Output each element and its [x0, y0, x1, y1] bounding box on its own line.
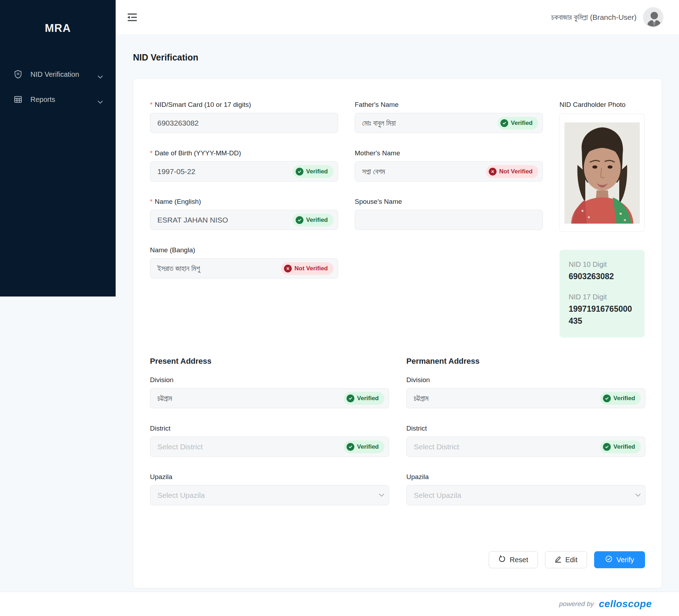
check-circle-icon [500, 119, 508, 127]
field-label: *Date of Birth (YYYY-MM-DD) [150, 149, 338, 158]
present-division-input[interactable]: চট্টগ্রাম Verified [150, 388, 389, 408]
field-present-district: District Select District Verified [150, 424, 389, 457]
input-value: ইসরাত জাহান মিশু [157, 264, 200, 273]
sidebar: MRA NID Verification [0, 0, 116, 297]
permanent-address-title: Permanent Address [406, 357, 645, 366]
select-placeholder: Select District [157, 443, 203, 451]
nid-17-digit-group: NID 17 Digit 19971916765000435 [569, 293, 636, 327]
sidebar-item-nid-verification[interactable]: NID Verification [0, 66, 116, 83]
present-address-title: Present Address [150, 357, 389, 366]
chevron-down-icon [635, 489, 641, 502]
permanent-division-input[interactable]: চট্টগ্রাম Verified [406, 388, 645, 408]
nid-10-digit-group: NID 10 Digit 6903263082 [569, 260, 636, 282]
field-label: Mother's Name [355, 149, 543, 158]
field-label: District [150, 424, 389, 433]
celloscope-logo: celloscope [599, 598, 652, 610]
sidebar-item-label: Reports [30, 96, 55, 104]
field-nid: *NID/Smart Card (10 or 17 digits) 690326… [150, 100, 338, 133]
field-father-name: Father's Name মোঃ বাবুল মিয়া Verified [355, 100, 543, 133]
chevron-down-icon [98, 73, 103, 76]
photo-label: NID Cardholder Photo [559, 100, 645, 109]
present-district-select[interactable]: Select District Verified [150, 437, 389, 457]
input-value: ESRAT JAHAN NISO [157, 216, 228, 224]
check-circle-icon [296, 216, 303, 224]
sidebar-item-reports[interactable]: Reports [0, 91, 116, 108]
check-circle-icon [347, 395, 354, 402]
main-content: NID Verification *NID/Smart Card (10 or … [116, 34, 679, 588]
powered-by-text: powered by [559, 600, 594, 608]
field-label: Spouse's Name [355, 197, 543, 206]
reset-button[interactable]: Reset [489, 551, 538, 568]
user-avatar[interactable] [643, 7, 663, 28]
field-label: Name (Bangla) [150, 246, 338, 255]
chevron-down-icon [98, 98, 103, 101]
chevron-down-icon [379, 489, 384, 502]
required-marker: * [150, 101, 152, 108]
father-name-input[interactable]: মোঃ বাবুল মিয়া Verified [355, 113, 543, 133]
dob-input[interactable]: 1997-05-22 Verified [150, 161, 338, 182]
field-label: Upazila [406, 472, 645, 482]
table-icon [13, 95, 23, 104]
not-verified-badge: Not Verified [486, 165, 538, 178]
reload-icon [498, 555, 506, 564]
input-value: 6903263082 [157, 119, 199, 127]
present-address-section: Present Address Division চট্টগ্রাম Verif… [150, 357, 389, 521]
user-name: চকবাজার কুমিল্লা (Branch-User) [551, 13, 637, 22]
form-column-3: NID Cardholder Photo [559, 100, 645, 338]
field-spouse-name: Spouse's Name [355, 197, 543, 230]
topbar: চকবাজার কুমিল্লা (Branch-User) [116, 0, 679, 34]
id-shield-icon [13, 70, 23, 79]
present-upazila-select[interactable]: Select Upazila [150, 485, 389, 505]
verified-badge: Verified [293, 214, 333, 226]
nid-input[interactable]: 6903263082 [150, 113, 338, 133]
permanent-address-section: Permanent Address Division চট্টগ্রাম Ver… [406, 357, 645, 521]
input-value: সপ্না বেগম [362, 167, 385, 176]
mother-name-input[interactable]: সপ্না বেগম Not Verified [355, 161, 543, 182]
select-placeholder: Select Upazila [157, 491, 205, 500]
edit-button[interactable]: Edit [545, 551, 587, 568]
menu-fold-icon[interactable] [127, 12, 139, 23]
sidebar-item-label: NID Verification [30, 70, 79, 79]
form-top-grid: *NID/Smart Card (10 or 17 digits) 690326… [150, 100, 645, 338]
input-value: 1997-05-22 [157, 167, 195, 176]
nid-17-digit-value: 19971916765000435 [569, 303, 636, 327]
field-mother-name: Mother's Name সপ্না বেগম Not Verified [355, 149, 543, 182]
check-circle-icon [603, 395, 611, 402]
field-label: Upazila [150, 472, 389, 482]
portrait-photo [564, 122, 640, 224]
permanent-upazila-select[interactable]: Select Upazila [406, 485, 645, 505]
permanent-district-select[interactable]: Select District Verified [406, 437, 645, 457]
verified-badge: Verified [600, 441, 641, 453]
field-label: District [406, 424, 645, 433]
nid-10-digit-label: NID 10 Digit [569, 260, 636, 269]
required-marker: * [150, 149, 152, 157]
topbar-user-area: চকবাজার কুমিল্লা (Branch-User) [551, 7, 663, 28]
verified-badge: Verified [344, 441, 384, 453]
spouse-name-input[interactable] [355, 210, 543, 230]
required-marker: * [150, 198, 152, 205]
form-column-1: *NID/Smart Card (10 or 17 digits) 690326… [150, 100, 338, 294]
field-label: Division [150, 375, 389, 385]
nid-10-digit-value: 6903263082 [569, 271, 636, 282]
verified-badge: Verified [600, 392, 641, 405]
nid-cardholder-photo [559, 114, 645, 232]
select-placeholder: Select District [414, 443, 459, 451]
name-bangla-input[interactable]: ইসরাত জাহান মিশু Not Verified [150, 258, 338, 278]
form-column-2: Father's Name মোঃ বাবুল মিয়া Verified M… [355, 100, 543, 246]
check-circle-icon [603, 443, 611, 451]
field-name-english: *Name (English) ESRAT JAHAN NISO Verifie… [150, 197, 338, 230]
name-english-input[interactable]: ESRAT JAHAN NISO Verified [150, 210, 338, 230]
x-circle-icon [284, 265, 292, 272]
app-root: MRA NID Verification [0, 0, 679, 616]
nid-17-digit-label: NID 17 Digit [569, 293, 636, 301]
field-label: Father's Name [355, 100, 543, 109]
nid-summary-box: NID 10 Digit 6903263082 NID 17 Digit 199… [559, 250, 645, 338]
input-value: চট্টগ্রাম [157, 394, 172, 403]
verify-button[interactable]: Verify [594, 551, 645, 568]
field-permanent-division: Division চট্টগ্রাম Verified [406, 375, 645, 408]
field-label: *Name (English) [150, 197, 338, 206]
verified-badge: Verified [498, 117, 538, 129]
field-permanent-upazila: Upazila Select Upazila [406, 472, 645, 505]
page-title: NID Verification [133, 52, 679, 63]
field-permanent-district: District Select District Verified [406, 424, 645, 457]
